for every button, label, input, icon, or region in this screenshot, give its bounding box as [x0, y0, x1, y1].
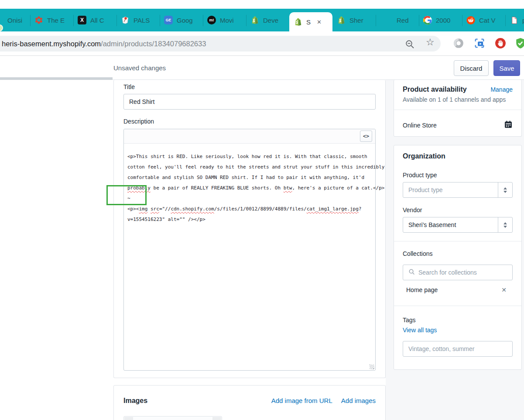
- organization-card: Organization Product type Product type V…: [394, 145, 522, 370]
- google-ge-icon: GE: [164, 16, 173, 24]
- code-line: comfortable and stylish SO DAMN RED shir…: [127, 172, 372, 183]
- product-type-select[interactable]: Product type: [403, 182, 513, 198]
- browser-tab-sher[interactable]: Sher: [332, 9, 376, 31]
- reddit-icon: [466, 16, 475, 24]
- browser-tab-onisi[interactable]: Onisi: [0, 9, 30, 31]
- code-line: probably be a pair of REALLY FREAKING BL…: [127, 183, 372, 193]
- vendor-label: Vendor: [403, 207, 513, 213]
- code-line: ~: [127, 193, 372, 204]
- browser-tab-2000[interactable]: 2000: [419, 9, 462, 31]
- tab-close-icon[interactable]: ✕: [317, 19, 322, 25]
- browser-tab-doc[interactable]: p: [505, 9, 524, 31]
- browser-window: Onisi The E X All C PALS GE Goog m! Movi: [0, 0, 524, 420]
- extension-screenshot-icon[interactable]: [474, 38, 485, 49]
- browser-tab-the[interactable]: The E: [30, 9, 73, 31]
- add-image-from-url-link[interactable]: Add image from URL: [271, 397, 332, 404]
- images-card: Images Add image from URL Add images: [113, 385, 386, 420]
- save-bar: Unsaved changes Discard Save: [0, 56, 524, 80]
- bookmark-star-icon[interactable]: ☆: [426, 37, 435, 48]
- search-icon: [408, 269, 415, 277]
- tags-label: Tags: [403, 317, 513, 324]
- page-content: Title Description <> <p>This shirt is RE…: [0, 80, 524, 420]
- stepper-arrows-icon[interactable]: [498, 217, 512, 232]
- availability-title: Product availability: [403, 86, 467, 93]
- save-button[interactable]: Save: [493, 60, 520, 76]
- thumbnail-corner: [212, 417, 221, 420]
- calendar-icon[interactable]: [504, 120, 513, 131]
- view-all-tags-link[interactable]: View all tags: [403, 327, 437, 334]
- collections-search[interactable]: [403, 265, 513, 280]
- map-pin-icon: [121, 16, 130, 24]
- document-icon: [510, 16, 518, 24]
- browser-tab-movi[interactable]: m! Movi: [203, 9, 246, 31]
- thumbnail-corner: [124, 417, 133, 420]
- product-availability-card: Product availability Manage Available on…: [394, 80, 522, 137]
- browser-tab-deve[interactable]: Deve: [246, 9, 289, 31]
- collection-item-label: Home page: [406, 286, 438, 293]
- product-details-card: Title Description <> <p>This shirt is RE…: [113, 80, 386, 378]
- add-images-link[interactable]: Add images: [341, 397, 376, 404]
- description-editor: <> <p>This shirt is RED. Like seriously,…: [123, 129, 376, 371]
- code-line: <p><img src="//cdn.shopify.com/s/files/1…: [127, 204, 372, 214]
- description-code-textarea[interactable]: <p>This shirt is RED. Like seriously, lo…: [124, 144, 375, 225]
- extension-shield-check-icon[interactable]: [515, 38, 524, 49]
- tags-input[interactable]: [403, 341, 513, 357]
- browser-tab-bar: Onisi The E X All C PALS GE Goog m! Movi: [0, 9, 524, 31]
- zoom-out-icon[interactable]: [404, 39, 415, 49]
- google-icon: [423, 16, 432, 24]
- collections-label: Collections: [403, 250, 513, 257]
- title-input[interactable]: [123, 94, 376, 110]
- stepper-arrows-icon[interactable]: [498, 182, 512, 197]
- red-flower-icon: [34, 16, 43, 24]
- shopify-bag-icon: [337, 16, 346, 24]
- vendor-select[interactable]: Sheri's Basement: [403, 217, 513, 233]
- browser-tab-cat[interactable]: Cat V: [462, 9, 505, 31]
- shopify-bag-icon: [294, 17, 302, 26]
- browser-tab-goog[interactable]: GE Goog: [160, 9, 203, 31]
- unsaved-changes-status: Unsaved changes: [113, 64, 166, 72]
- collections-search-input[interactable]: [418, 269, 508, 276]
- channel-online-store: Online Store: [403, 122, 437, 129]
- description-label: Description: [123, 118, 376, 125]
- browser-tab-allc[interactable]: X All C: [73, 9, 116, 31]
- x-social-icon: X: [78, 16, 86, 24]
- extension-donut-icon[interactable]: [453, 38, 464, 49]
- image-thumbnail-partial[interactable]: [123, 416, 222, 420]
- shopify-bag-icon: [250, 16, 259, 24]
- browser-tab-red[interactable]: Red: [376, 9, 419, 31]
- remove-collection-icon[interactable]: ✕: [498, 285, 510, 295]
- code-line: cotton feel, you'll feel ready to hit th…: [127, 162, 372, 172]
- movie-site-icon: m!: [207, 16, 216, 24]
- discard-button[interactable]: Discard: [454, 60, 489, 76]
- manage-link[interactable]: Manage: [490, 86, 513, 93]
- extension-stop-hand-icon[interactable]: [495, 38, 506, 49]
- collection-item-row: Home page ✕: [403, 280, 513, 300]
- editor-resize-handle[interactable]: [370, 365, 374, 369]
- show-html-button[interactable]: <>: [360, 131, 372, 142]
- editor-toolbar: <>: [124, 129, 375, 144]
- organization-title: Organization: [403, 152, 513, 160]
- images-title: Images: [123, 397, 147, 405]
- availability-subtitle: Available on 1 of 1 channels and apps: [403, 96, 513, 103]
- address-bar[interactable]: heris-basement.myshopify.com/admin/produ…: [0, 36, 441, 52]
- product-type-label: Product type: [403, 172, 513, 179]
- code-line: v=1554516223" alt="" /></p>: [127, 214, 372, 225]
- browser-tab-pals[interactable]: PALS: [116, 9, 160, 31]
- browser-tab-active-shopify[interactable]: S ✕: [289, 12, 332, 31]
- title-label: Title: [123, 83, 376, 90]
- code-line: <p>This shirt is RED. Like seriously, lo…: [127, 151, 372, 162]
- page-url: heris-basement.myshopify.com/admin/produ…: [2, 40, 206, 48]
- browser-url-row: heris-basement.myshopify.com/admin/produ…: [0, 31, 524, 56]
